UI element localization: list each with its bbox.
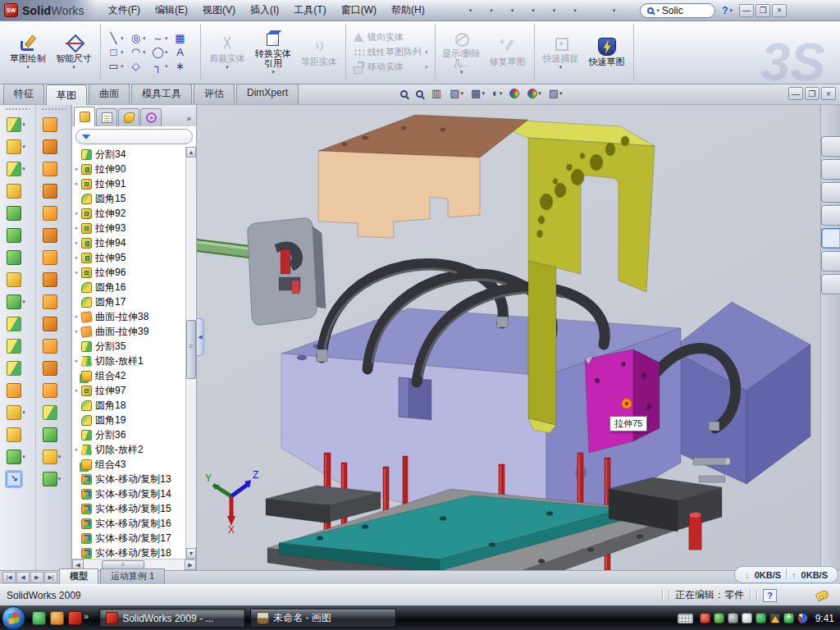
toolbar-button[interactable]: ▾ [558,3,578,18]
tree-item[interactable]: 实体-移动/复制18 [72,546,185,559]
tree-item[interactable]: 圆角17 [72,294,185,309]
toolbar-button[interactable] [579,3,596,18]
tree-item[interactable]: ▸ 切除-放样1 [72,354,185,368]
sketch-tool-button[interactable]: ◠ ▾ [130,46,149,58]
surface-tool-button[interactable] [43,379,64,401]
tree-item[interactable]: ▸ 拉伸91 [72,176,185,191]
tree-item[interactable]: 圆角16 [72,280,185,294]
menu-item[interactable]: 编辑(E) [148,0,195,21]
panel-collapse-handle[interactable]: ◀ [197,318,204,356]
dropdown-arrow-icon[interactable]: ▾ [482,90,485,97]
view-tool-button[interactable] [509,89,520,98]
surface-tool-button[interactable] [43,290,64,313]
tree-item[interactable]: ▸ 拉伸95 [72,250,185,265]
view-tool-button[interactable]: ▧ ▾ [450,87,463,100]
offset-entities-button[interactable]: 等距实体 [298,37,340,67]
tag-icon[interactable] [815,589,830,601]
menu-item[interactable]: 视图(V) [195,0,243,21]
feature-tool-button[interactable]: ▾ [7,135,28,158]
dropdown-arrow-icon[interactable]: ▾ [490,7,493,14]
command-tab[interactable]: 特征 [3,84,44,104]
tree-item[interactable]: ▸ 拉伸90 [72,162,185,176]
sketch-tool-button[interactable]: ◇ [130,60,149,72]
model-3d-view[interactable] [197,105,820,570]
menu-item[interactable]: 帮助(H) [384,0,432,21]
surface-tool-button[interactable]: ▾ [43,445,64,468]
surface-tool-button[interactable] [43,268,64,290]
feature-tool-button[interactable] [7,268,28,290]
surface-tool-button[interactable] [43,423,64,445]
tree-item[interactable]: ▸ 曲面-拉伸39 [72,324,185,339]
dropdown-arrow-icon[interactable]: ▾ [165,49,168,56]
scroll-up-button[interactable]: ▲ [186,147,196,158]
feature-tool-button[interactable] [7,335,28,357]
tray-icon[interactable] [783,613,794,623]
tree-item[interactable]: ▸ 曲面-拉伸38 [72,309,185,324]
dropdown-arrow-icon[interactable]: ▾ [553,7,556,14]
surface-tool-button[interactable] [43,180,64,202]
expand-arrow-icon[interactable]: ▸ [72,387,81,394]
toolbar-button[interactable] [618,3,635,18]
tree-item[interactable]: 分割35 [72,339,185,354]
dropdown-arrow-icon[interactable]: ▾ [121,35,124,42]
toolbar-button[interactable]: ▾ [474,3,495,18]
dropdown-arrow-icon[interactable]: ▾ [511,7,514,14]
quick-launch-icon[interactable] [32,611,46,625]
feature-tool-button[interactable]: ▾ [7,158,28,180]
convert-entities-button[interactable]: 转换实体引用▾ [252,29,294,76]
toolbar-button[interactable]: ▾ [537,3,558,18]
toolbar-button[interactable]: ▾ [454,3,474,18]
quick-launch-icon[interactable] [50,611,64,625]
move-entities-button[interactable]: 移动实体▾ [353,61,428,73]
sketch-tool-button[interactable]: ┐ ▾ [152,60,171,72]
task-pane-tab[interactable] [821,136,840,157]
surface-tool-button[interactable] [43,357,64,379]
dropdown-arrow-icon[interactable]: ▾ [469,7,472,14]
tree-item[interactable]: 实体-移动/复制15 [72,501,185,516]
surface-tool-button[interactable] [43,401,64,423]
dropdown-arrow-icon[interactable]: ▾ [165,63,168,70]
tray-icon[interactable] [728,613,738,623]
expand-arrow-icon[interactable]: ▸ [72,225,81,231]
scroll-right-button[interactable]: ▶ [185,559,196,570]
tree-item[interactable]: ▸ 拉伸93 [72,221,185,235]
tree-item[interactable]: ▸ 拉伸92 [72,206,185,221]
tray-icon[interactable] [714,613,724,623]
tray-icon[interactable] [700,613,710,623]
sketch-tool-button[interactable]: A [174,46,194,58]
quick-tips-button[interactable]: ? [763,589,777,602]
expand-arrow-icon[interactable]: ▸ [72,358,81,364]
document-tab[interactable]: 模型 [59,568,98,584]
expand-arrow-icon[interactable]: ▸ [72,328,81,335]
command-tab[interactable]: 草图 [46,84,87,105]
command-tab[interactable]: 曲面 [89,84,130,104]
surface-tool-button[interactable] [43,135,64,158]
expand-arrow-icon[interactable]: ▸ [72,313,81,320]
input-method-icon[interactable] [678,614,693,623]
toolbar-grip[interactable] [5,107,30,111]
scroll-down-button[interactable]: ▼ [186,548,196,559]
task-pane-tab[interactable] [821,228,840,249]
display-delete-relations-button[interactable]: 显示/删除几...▾ [441,29,483,76]
dropdown-arrow-icon[interactable]: ▾ [22,166,28,172]
surface-tool-button[interactable] [43,313,64,335]
tree-item[interactable]: 圆角18 [72,398,185,413]
repair-sketch-button[interactable]: 修复草图 [486,37,529,67]
surface-tool-button[interactable] [43,335,64,357]
help-dropdown-icon[interactable]: ▾ [730,7,733,14]
menu-item[interactable]: 工具(T) [286,0,333,21]
sketch-tool-button[interactable]: ∗ [174,60,194,72]
dropdown-arrow-icon[interactable]: ▾ [58,454,64,460]
window-control-button[interactable]: × [772,4,787,17]
sketch-tool-button[interactable]: ～ ▾ [152,32,171,44]
tree-item[interactable]: ▸ 拉伸96 [72,265,185,280]
tray-icon[interactable] [756,613,766,623]
quick-launch-icon[interactable] [68,611,82,625]
menu-item[interactable]: 文件(F) [101,0,148,21]
dropdown-arrow-icon[interactable]: ▾ [143,35,146,42]
dropdown-arrow-icon[interactable]: ▾ [58,476,64,482]
tree-item[interactable]: 实体-移动/复制16 [72,516,185,531]
expand-arrow-icon[interactable]: ▸ [72,269,81,276]
tab-nav-button[interactable]: ◀ [16,572,30,583]
feature-tool-button[interactable]: ▾ [7,401,28,423]
